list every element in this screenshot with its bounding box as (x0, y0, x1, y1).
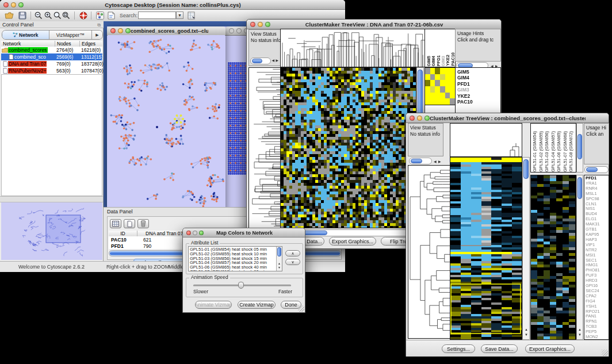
minimize-icon[interactable] (193, 231, 197, 235)
zoom-window-icon[interactable] (424, 116, 430, 121)
save-data-button[interactable]: Save Data... (481, 344, 518, 353)
animate-vizmap-button[interactable]: Animate Vizmap (195, 301, 232, 309)
search-input[interactable] (138, 12, 176, 19)
zoom-cell[interactable] (430, 93, 435, 99)
column-dendrogram-pane[interactable] (450, 123, 522, 157)
zoom-cell[interactable] (425, 80, 430, 86)
vertical-scrollbar[interactable]: ▲ ▼ (522, 157, 530, 340)
export-graphics-button[interactable]: Export Graphics... (525, 344, 575, 353)
gene-label[interactable]: PAC10 (457, 99, 500, 105)
row-dendrogram-pane[interactable] (248, 67, 281, 228)
cytoscape-titlebar[interactable]: Cytoscape Desktop (Session Name: collins… (0, 0, 345, 10)
network-overview-canvas[interactable] (1, 202, 102, 260)
scrollbar-thumb[interactable] (523, 159, 529, 179)
gene-label[interactable]: PFD1 (457, 81, 500, 87)
zoom-cell[interactable] (435, 86, 440, 93)
zoom-cell[interactable] (440, 74, 445, 81)
zoom-window-icon[interactable] (18, 2, 24, 7)
zoom-cell[interactable] (440, 93, 445, 99)
col-id[interactable]: ID (109, 231, 137, 236)
zoom-cell[interactable] (450, 80, 455, 86)
save-icon[interactable] (18, 11, 27, 20)
zoom-window-icon[interactable] (265, 22, 270, 27)
zoom-cell[interactable] (425, 74, 430, 81)
zoom-heatmap-pane[interactable] (424, 67, 456, 105)
col-nodes[interactable]: Nodes (55, 41, 80, 47)
gene-label[interactable]: YKE2 (457, 93, 500, 99)
zoom-cell[interactable] (425, 86, 430, 93)
network-view-titlebar[interactable]: combined_scores_good.txt--cluste... (107, 26, 225, 36)
help-lifering-icon[interactable] (79, 11, 88, 20)
column-label[interactable]: GPL51-04 (GSM857) (550, 131, 557, 172)
create-vizmap-button[interactable]: Create Vizmap (238, 301, 276, 309)
zoom-cell[interactable] (445, 93, 450, 99)
column-label[interactable]: GPL51-02 (GSM855) (538, 131, 545, 172)
column-label[interactable]: PFD1 (436, 55, 441, 66)
gene-label[interactable]: GIM5 (457, 69, 500, 75)
column-dendrogram-canvas[interactable] (281, 29, 424, 67)
treeview2-titlebar[interactable]: ClusterMaker TreeView : combined_scores_… (406, 113, 609, 123)
minimize-icon[interactable] (258, 22, 263, 27)
search-dropdown-button[interactable]: ▼ (176, 12, 183, 19)
zoom-cell[interactable] (450, 98, 455, 105)
row-dendrogram-pane[interactable] (408, 165, 450, 339)
network-view-canvas[interactable] (108, 35, 225, 211)
attribute-select-button[interactable] (110, 219, 121, 228)
horizontal-scrollbar[interactable] (250, 58, 271, 64)
minimize-icon[interactable] (118, 28, 123, 33)
zoom-cell[interactable] (430, 98, 435, 105)
zoom-cell[interactable] (435, 74, 440, 81)
minimize-icon[interactable] (236, 28, 242, 33)
attribute-item[interactable]: GPL51-07 (GSM868) heat shock 60 min (190, 270, 282, 271)
zoom-cell[interactable] (445, 98, 450, 105)
column-label[interactable]: GPL51-01 (GSM854) (532, 131, 538, 172)
dialog-titlebar[interactable]: Map Colors to Network (183, 228, 305, 237)
zoom-heatmap-canvas[interactable] (531, 175, 576, 339)
zoom-cell[interactable] (450, 68, 455, 74)
heatmap-canvas[interactable] (450, 158, 522, 339)
close-icon[interactable] (3, 2, 9, 7)
zoom-cell[interactable] (430, 86, 435, 93)
zoom-window-icon[interactable] (125, 28, 131, 33)
close-icon[interactable] (186, 231, 191, 235)
column-label[interactable]: GPL51-08 (GSM872) (568, 131, 575, 172)
column-label[interactable]: GPL51-07 (GSM868) (563, 131, 569, 172)
zoom-cell[interactable] (435, 93, 440, 99)
gene-label[interactable]: GIM3 (457, 87, 500, 93)
move-up-button[interactable]: ∧ (285, 250, 300, 256)
heatmap-canvas[interactable] (281, 68, 416, 228)
column-dendrogram-pane[interactable] (280, 29, 425, 67)
column-label[interactable]: GPL51-03 (GSM856) (544, 131, 550, 172)
tab-overflow-button[interactable]: ▶ (92, 30, 102, 39)
zoom-window-icon[interactable] (199, 231, 204, 235)
zoom-cell[interactable] (450, 74, 455, 81)
move-down-button[interactable]: ∨ (285, 259, 300, 265)
col-edges[interactable]: Edges (80, 41, 102, 47)
scrollbar-thumb[interactable] (577, 177, 582, 199)
column-label[interactable]: GPL51-06 (GSM865) (556, 131, 563, 172)
close-icon[interactable] (110, 28, 116, 33)
zoom-out-icon[interactable] (34, 11, 43, 20)
col-network[interactable]: Network (1, 41, 55, 47)
network-row[interactable]: combined_scores 2764(0) 16218(0) (1, 47, 102, 53)
zoom-cell[interactable] (445, 68, 450, 74)
column-dendrogram-canvas[interactable] (450, 124, 522, 156)
import-table-icon[interactable] (187, 11, 196, 20)
scroll-left-icon[interactable]: ◀ (434, 159, 437, 164)
close-icon[interactable] (250, 22, 255, 27)
zoom-cell[interactable] (430, 68, 435, 74)
zoom-cell[interactable] (435, 80, 440, 86)
gene-label[interactable]: GIM4 (457, 75, 500, 81)
settings-button[interactable]: Settings... (442, 344, 475, 353)
annotation-icon[interactable] (106, 11, 116, 20)
delete-attribute-button[interactable] (137, 219, 149, 228)
vizmapper-icon[interactable] (95, 11, 105, 20)
treeview1-titlebar[interactable]: ClusterMaker TreeView : DNA and Tran 07-… (247, 20, 501, 29)
scrollbar-thumb[interactable] (277, 247, 281, 256)
zoom-cell[interactable] (445, 74, 450, 81)
vertical-scrollbar[interactable]: ▲ ▼ (576, 175, 583, 340)
gene-label[interactable]: MON2 (586, 335, 609, 340)
zoom-cell[interactable] (430, 80, 435, 86)
zoom-cell[interactable] (435, 98, 440, 105)
row-dendrogram-canvas[interactable] (249, 68, 280, 228)
